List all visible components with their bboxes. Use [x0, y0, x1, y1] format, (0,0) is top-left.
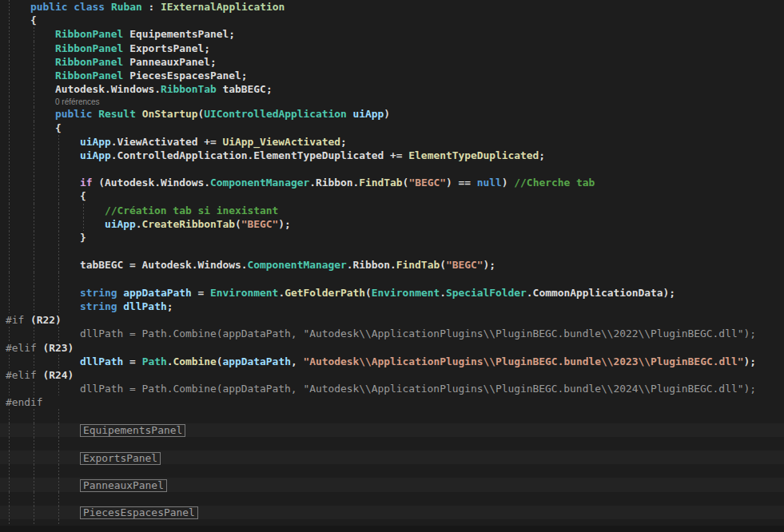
- indent-guide: [58, 478, 59, 491]
- empty-code-line[interactable]: [0, 464, 784, 478]
- code-line[interactable]: dllPath = Path.Combine(appDataPath, "Aut…: [0, 355, 784, 368]
- indent-guide: [58, 423, 59, 437]
- code-line[interactable]: if (Autodesk.Windows.ComponentManager.Ri…: [0, 176, 784, 189]
- indent-guide: [34, 286, 34, 300]
- empty-code-line[interactable]: [0, 244, 784, 258]
- collapsed-region-line[interactable]: ExportsPanel: [0, 451, 784, 464]
- code-token: Environment: [372, 287, 440, 299]
- indent-guide: [58, 162, 59, 176]
- code-line[interactable]: RibbonPanel EquipementsPanel;: [0, 27, 784, 41]
- indent-guide: [34, 27, 34, 41]
- indent-guide: [9, 382, 10, 395]
- code-token: string: [80, 287, 123, 299]
- code-line[interactable]: dllPath = Path.Combine(appDataPath, "Aut…: [0, 382, 784, 395]
- indent-guide: [34, 272, 34, 286]
- indent-guide: [34, 149, 34, 162]
- code-editor[interactable]: public class Ruban : IExternalApplicatio…: [0, 0, 784, 532]
- code-line[interactable]: {: [0, 14, 784, 27]
- indent-guide: [34, 189, 34, 203]
- code-token: ;: [340, 136, 347, 148]
- code-line[interactable]: RibbonPanel ExportsPanel;: [0, 42, 784, 55]
- collapsed-region[interactable]: EquipementsPanel: [80, 424, 185, 437]
- indent-guide: [58, 327, 59, 340]
- indent-guide: [9, 176, 10, 189]
- code-token: =: [123, 355, 141, 367]
- code-token: #if: [6, 314, 30, 326]
- indent-guide: [9, 135, 10, 149]
- indent-guide: [9, 96, 10, 107]
- code-token: .: [440, 287, 446, 299]
- code-token: RibbonPanel: [55, 69, 123, 81]
- code-token: [347, 108, 353, 120]
- collapsed-region-line[interactable]: EquipementsPanel: [0, 423, 784, 437]
- indent-guide: [9, 423, 10, 437]
- code-token: dllPath = Path.Combine(appDataPath, "Aut…: [80, 383, 756, 395]
- collapsed-region[interactable]: PanneauxPanel: [80, 479, 167, 492]
- code-token: {: [55, 122, 62, 134]
- code-line[interactable]: RibbonPanel PanneauxPanel;: [0, 55, 784, 69]
- code-token: =: [192, 287, 210, 299]
- indent-guide: [58, 135, 59, 149]
- code-token: Ruban: [111, 1, 142, 13]
- code-token: ElementTypeDuplicated: [408, 149, 539, 161]
- indent-guide: [58, 272, 59, 286]
- empty-code-line[interactable]: [0, 162, 784, 176]
- code-token: appDataPath: [123, 287, 191, 299]
- indent-guide: [9, 82, 10, 96]
- indent-guide: [58, 189, 59, 203]
- code-line[interactable]: RibbonPanel PiecesEspacesPanel;: [0, 69, 784, 82]
- code-token: ) ==: [446, 177, 477, 189]
- code-line[interactable]: public Result OnStartup(UIControlledAppl…: [0, 107, 784, 121]
- code-line[interactable]: uiApp.CreateRibbonTab("BEGC");: [0, 217, 784, 231]
- indent-guide: [9, 355, 10, 368]
- collapsed-region[interactable]: ExportsPanel: [80, 452, 161, 465]
- collapsed-region-line[interactable]: PiecesEspacesPanel: [0, 506, 784, 519]
- code-token: appDataPath: [223, 355, 291, 367]
- code-token: Result: [98, 108, 141, 120]
- indent-guide: [34, 506, 34, 519]
- codelens-references-link[interactable]: 0 références: [55, 97, 100, 106]
- indent-guide: [9, 121, 10, 135]
- code-line[interactable]: string dllPath;: [0, 300, 784, 313]
- indent-guide: [34, 478, 34, 491]
- code-line[interactable]: #if (R22): [0, 313, 784, 327]
- indent-guide: [34, 231, 34, 244]
- indent-guide: [58, 506, 59, 519]
- indent-guide: [34, 327, 34, 340]
- code-line[interactable]: tabBEGC = Autodesk.Windows.ComponentMana…: [0, 258, 784, 272]
- code-line[interactable]: public class Ruban : IExternalApplicatio…: [0, 0, 784, 14]
- code-token: RibbonPanel: [55, 28, 123, 40]
- indent-guide: [58, 176, 59, 189]
- code-line[interactable]: #elif (R23): [0, 341, 784, 355]
- code-token: (Autodesk.Windows.: [98, 177, 210, 189]
- indent-guide: [9, 42, 10, 55]
- code-line[interactable]: #elif (R24): [0, 368, 784, 382]
- collapsed-region[interactable]: PiecesEspacesPanel: [80, 506, 198, 519]
- code-line[interactable]: uiApp.ControlledApplication.ElementTypeD…: [0, 149, 784, 162]
- indent-guide: [9, 327, 10, 340]
- empty-code-line[interactable]: [0, 272, 784, 286]
- code-token: uiApp: [353, 108, 384, 120]
- empty-code-line[interactable]: [0, 409, 784, 423]
- empty-code-line[interactable]: [0, 492, 784, 506]
- collapsed-region-line[interactable]: PanneauxPanel: [0, 478, 784, 491]
- empty-code-line[interactable]: [0, 437, 784, 451]
- code-line[interactable]: //Création tab si inexistant: [0, 204, 784, 217]
- code-token: SpecialFolder: [446, 287, 527, 299]
- code-line[interactable]: uiApp.ViewActivated += UiApp_ViewActivat…: [0, 135, 784, 149]
- code-line[interactable]: string appDataPath = Environment.GetFold…: [0, 286, 784, 300]
- indent-guide: [9, 492, 10, 506]
- code-line[interactable]: dllPath = Path.Combine(appDataPath, "Aut…: [0, 327, 784, 340]
- indent-guide: [58, 409, 59, 423]
- code-line[interactable]: {: [0, 121, 784, 135]
- indent-guide: [83, 204, 84, 217]
- indent-guide: [34, 204, 34, 217]
- indent-guide: [34, 42, 34, 55]
- indent-guide: [9, 14, 10, 27]
- code-line[interactable]: #endif: [0, 395, 784, 409]
- code-line[interactable]: {: [0, 189, 784, 203]
- code-line[interactable]: 0 références: [0, 96, 784, 107]
- code-line[interactable]: Autodesk.Windows.RibbonTab tabBEGC;: [0, 82, 784, 96]
- code-line[interactable]: }: [0, 231, 784, 244]
- indent-guide: [34, 258, 34, 272]
